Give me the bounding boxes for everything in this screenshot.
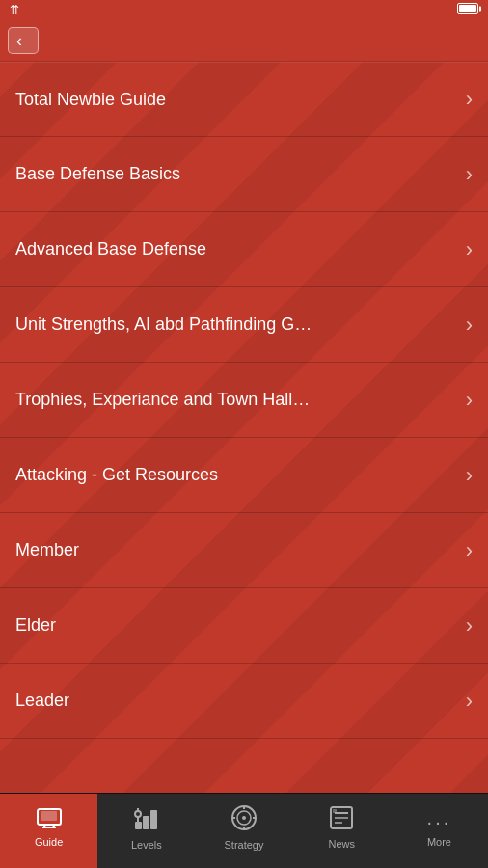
more-icon: ··· [427,807,452,832]
tab-guide[interactable]: Guide [0,794,97,868]
svg-point-8 [135,811,141,817]
nav-bar [0,19,488,62]
list-item-label: Trophies, Experiance and Town Hall… [15,390,466,410]
battery-icon [457,3,478,16]
svg-rect-22 [333,809,337,813]
wifi-icon: ⇈ [10,3,19,16]
tab-levels[interactable]: Levels [97,794,195,868]
chevron-right-icon: › [466,691,473,712]
svg-rect-5 [135,822,142,829]
tv-icon [36,807,63,832]
list-item-unit-strengths[interactable]: Unit Strengths, AI abd Pathfinding G… › [0,287,488,363]
tab-news[interactable]: News [293,794,391,868]
list-item-label: Unit Strengths, AI abd Pathfinding G… [15,314,466,335]
tab-label-news: News [328,838,355,850]
chevron-right-icon: › [466,465,473,486]
list-item-label: Advanced Base Defense [15,239,466,259]
back-button[interactable] [8,27,39,54]
list-item-base-defense-basics[interactable]: Base Defense Basics › [0,137,488,212]
list-item-label: Total Newbie Guide [15,90,466,110]
tab-strategy[interactable]: Strategy [195,794,292,868]
tab-more[interactable]: ··· More [391,794,488,868]
list-item-total-newbie-guide[interactable]: Total Newbie Guide › [0,62,488,137]
svg-point-13 [242,816,246,820]
tab-label-more: More [427,836,451,848]
svg-rect-6 [143,816,149,829]
svg-rect-1 [41,811,57,821]
list-item-label: Member [15,540,466,560]
list-item-label: Base Defense Basics [15,164,466,184]
chevron-right-icon: › [466,314,473,336]
chevron-right-icon: › [466,239,473,260]
strategy-list: Total Newbie Guide › Base Defense Basics… [0,62,488,739]
svg-rect-7 [150,810,157,829]
news-icon [329,805,354,834]
list-item-leader[interactable]: Leader › [0,664,488,739]
tab-label-levels: Levels [131,839,162,851]
chevron-right-icon: › [466,390,473,411]
list-item-label: Leader [15,691,466,711]
list-item-elder[interactable]: Elder › [0,588,488,664]
list-item-label: Attacking - Get Resources [15,465,466,485]
strategy-icon [230,804,258,835]
list-item-label: Elder [15,615,466,636]
list-item-advanced-base-defense[interactable]: Advanced Base Defense › [0,212,488,287]
tab-bar: Guide Levels Strategy News ··· More [0,793,488,868]
chevron-right-icon: › [466,540,473,561]
list-item-attacking-get-resources[interactable]: Attacking - Get Resources › [0,438,488,513]
status-bar: ⇈ [0,0,488,19]
list-item-member[interactable]: Member › [0,513,488,588]
levels-icon [133,804,160,835]
chevron-right-icon: › [466,615,473,637]
carrier-label: ⇈ [10,3,19,16]
list-item-trophies[interactable]: Trophies, Experiance and Town Hall… › [0,363,488,438]
tab-label-strategy: Strategy [225,839,264,851]
tab-label-guide: Guide [35,836,63,848]
chevron-right-icon: › [466,164,473,185]
chevron-right-icon: › [466,89,473,110]
